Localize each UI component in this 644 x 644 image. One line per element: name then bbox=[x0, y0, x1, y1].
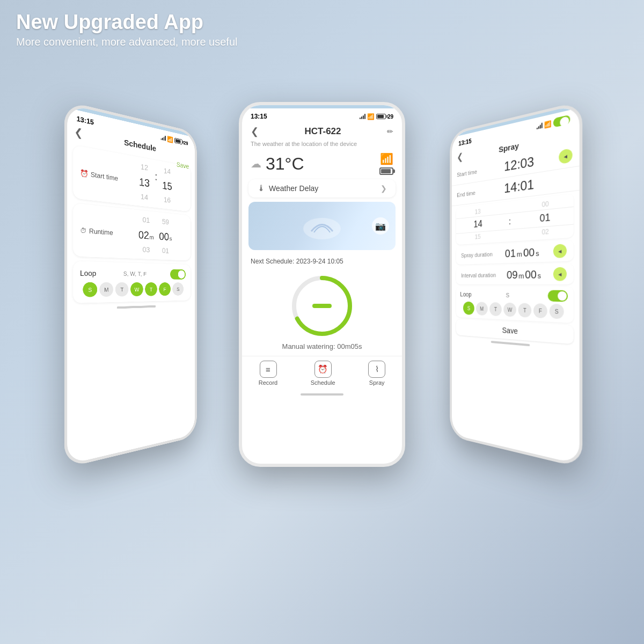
hour-prev: 12 bbox=[141, 162, 148, 173]
water-circle[interactable] bbox=[290, 274, 354, 338]
center-battery-large-icon bbox=[379, 167, 393, 175]
right-day-S1[interactable]: S bbox=[463, 302, 474, 315]
day-W[interactable]: W bbox=[130, 282, 143, 296]
next-schedule: Next Schedule: 2023-9-24 10:05 bbox=[242, 254, 402, 268]
day-S1[interactable]: S bbox=[83, 282, 97, 297]
camera-icon[interactable]: 📷 bbox=[372, 217, 389, 235]
loop-box-left: Loop S, W, T, F S M T W T F S bbox=[73, 261, 191, 304]
right-days-row: S M T W T F S bbox=[460, 302, 568, 319]
right-day-T1[interactable]: T bbox=[489, 302, 502, 316]
right-end-label: End time bbox=[457, 188, 482, 198]
left-time: 13:15 bbox=[77, 115, 94, 127]
spray-duration-arrow-icon[interactable]: ◄ bbox=[553, 244, 567, 258]
right-day-W[interactable]: W bbox=[503, 303, 516, 317]
right-home-bar bbox=[491, 341, 530, 346]
record-icon: ≡ bbox=[260, 361, 277, 378]
interval-duration-val-s: 00 bbox=[525, 268, 536, 281]
center-time: 13:15 bbox=[251, 113, 267, 120]
runtime-sec-col: 59 00 s 01 bbox=[157, 216, 174, 256]
right-top-toggle[interactable] bbox=[553, 115, 570, 128]
bottom-nav-spray[interactable]: ⌇ Spray bbox=[368, 361, 385, 386]
day-T1[interactable]: T bbox=[115, 282, 129, 297]
loop-toggle-left[interactable] bbox=[170, 269, 186, 280]
back-arrow-icon[interactable]: ❮ bbox=[74, 125, 83, 140]
right-back-icon[interactable]: ❮ bbox=[457, 151, 463, 163]
right-day-S2[interactable]: S bbox=[550, 304, 564, 319]
center-phone: 13:15 📶 29 ❮ HCT-622 ✏ The weather bbox=[239, 102, 405, 467]
right-start-value: 12:03 bbox=[504, 154, 534, 174]
day-T2[interactable]: T bbox=[145, 282, 157, 296]
cloud-icon: ☁ bbox=[251, 157, 261, 170]
weather-delay-row[interactable]: 🌡 Weather Delay ❯ bbox=[248, 179, 396, 197]
device-svg bbox=[301, 210, 343, 242]
weather-icons-right: 📶 bbox=[379, 152, 393, 175]
weather-temp: ☁ 31°C bbox=[251, 154, 304, 174]
weather-delay-arrow-icon: ❯ bbox=[380, 184, 387, 193]
time-sep: : bbox=[155, 164, 157, 204]
right-day-F[interactable]: F bbox=[533, 303, 547, 318]
center-status-icons: 📶 29 bbox=[360, 113, 393, 120]
hour-col: 12 13 14 bbox=[135, 160, 153, 203]
center-edit-icon[interactable]: ✏ bbox=[387, 127, 393, 136]
right-start-arrow-icon[interactable]: ◄ bbox=[559, 148, 572, 164]
right-loop-toggle[interactable] bbox=[548, 290, 568, 302]
bottom-nav: ≡ Record ⏰ Schedule ⌇ Spray bbox=[242, 356, 402, 390]
min-current: 15 bbox=[162, 178, 172, 193]
header-section: New Upgraded App More convenient, more a… bbox=[16, 11, 237, 48]
interval-duration-unit-s: s bbox=[538, 271, 541, 280]
water-circle-container[interactable] bbox=[242, 268, 402, 340]
days-row-left: S M T W T F S bbox=[80, 282, 186, 297]
bottom-nav-schedule[interactable]: ⏰ Schedule bbox=[311, 361, 335, 386]
interval-duration-row: Interval duration 09 m 00 s ◄ bbox=[456, 264, 574, 284]
weather-delay-label: 🌡 Weather Delay bbox=[257, 184, 318, 193]
weather-section: ☁ 31°C 📶 bbox=[242, 150, 402, 179]
bottom-nav-record[interactable]: ≡ Record bbox=[259, 361, 277, 386]
right-day-M[interactable]: M bbox=[476, 302, 488, 316]
day-S2[interactable]: S bbox=[172, 283, 184, 296]
right-start-label: Start time bbox=[457, 167, 482, 178]
spray-duration-unit-s: s bbox=[536, 249, 539, 258]
right-signal-icon bbox=[537, 122, 543, 129]
schedule-icon: ⏰ bbox=[314, 361, 332, 378]
runtime-row: ⏱ Runtime 01 02 m 03 59 bbox=[80, 208, 186, 257]
right-phone: 13:15 📶 ❮ Spray Start time 12:03 ◄ bbox=[450, 100, 582, 468]
runtime-min-col: 01 02 m 03 bbox=[137, 214, 156, 255]
right-time: 13:15 bbox=[458, 137, 471, 147]
hour-current: 13 bbox=[139, 174, 150, 190]
center-device-name: HCT-622 bbox=[304, 126, 341, 137]
center-device-subtitle: The weather at the location of the devic… bbox=[242, 141, 402, 150]
center-status-bar: 13:15 📶 29 bbox=[242, 108, 402, 122]
right-loop-label: Loop bbox=[460, 291, 471, 298]
runtime-box: ⏱ Runtime 01 02 m 03 59 bbox=[73, 203, 191, 261]
center-home-bar bbox=[301, 393, 343, 396]
min-next: 16 bbox=[164, 194, 171, 205]
minute-col: 14 15 16 bbox=[158, 165, 176, 206]
wifi-icon: 📶 bbox=[167, 135, 173, 143]
center-battery-icon bbox=[376, 114, 386, 119]
interval-duration-arrow-icon[interactable]: ◄ bbox=[553, 267, 567, 281]
runtime-label: ⏱ Runtime bbox=[80, 226, 120, 237]
center-back-icon[interactable]: ❮ bbox=[251, 126, 259, 137]
day-F[interactable]: F bbox=[159, 282, 171, 296]
center-battery-num: 29 bbox=[387, 114, 393, 120]
spray-icon: ⌇ bbox=[368, 361, 385, 378]
spray-duration-val-m: 01 bbox=[505, 247, 516, 260]
runtime-cols: 01 02 m 03 59 00 s bbox=[123, 213, 186, 257]
start-time-row: ⏰ Start time 12 13 14 : 14 15 bbox=[80, 151, 186, 207]
device-image: 📷 bbox=[248, 202, 396, 250]
right-day-T2[interactable]: T bbox=[518, 303, 532, 317]
min-prev: 14 bbox=[164, 166, 171, 177]
left-phone: 13:15 📶 29 ❮ Schedule Save bbox=[64, 100, 197, 468]
center-signal-icon bbox=[360, 114, 365, 119]
battery-icon bbox=[174, 138, 182, 145]
app-subtitle: More convenient, more advanced, more use… bbox=[16, 36, 237, 48]
right-save-button[interactable]: Save bbox=[456, 319, 574, 345]
loop-header-left: Loop S, W, T, F bbox=[80, 267, 186, 280]
right-loop-header: Loop S bbox=[460, 289, 568, 302]
right-wifi-icon: 📶 bbox=[544, 120, 552, 129]
center-nav: ❮ HCT-622 ✏ bbox=[242, 122, 402, 141]
day-M[interactable]: M bbox=[99, 282, 113, 297]
interval-duration-val-m: 09 bbox=[507, 268, 517, 281]
spray-duration-unit-m: m bbox=[517, 250, 522, 258]
right-end-value: 14:01 bbox=[504, 177, 534, 196]
